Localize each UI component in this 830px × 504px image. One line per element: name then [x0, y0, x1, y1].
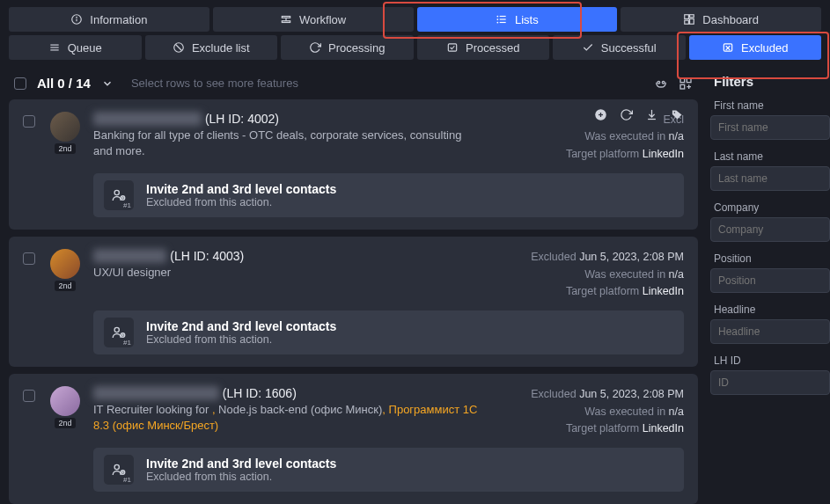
svg-line-20 [175, 45, 181, 51]
row-checkbox[interactable] [23, 390, 35, 402]
lh-id: (LH ID: 4002) [205, 112, 279, 126]
tab-label: Excluded [741, 41, 788, 55]
filter-input-lh-id[interactable] [710, 370, 830, 395]
filter-input-last-name[interactable] [710, 166, 830, 191]
selection-count: All 0 / 14 [37, 76, 91, 91]
svg-rect-14 [690, 18, 694, 24]
download-icon[interactable] [645, 108, 658, 121]
action-subtitle: Excluded from this action. [146, 471, 336, 483]
selection-hint: Select rows to see more features [131, 77, 298, 90]
processing-icon [309, 41, 321, 54]
svg-rect-27 [680, 78, 685, 83]
tag-icon[interactable] [671, 108, 684, 121]
filter-label: Headline [714, 303, 830, 316]
tab-excluded[interactable]: Excluded [689, 35, 822, 60]
exclude-icon [173, 41, 185, 54]
filter-input-position[interactable] [710, 268, 830, 293]
lead-name[interactable]: ██████████████ (LH ID: 1606) [93, 386, 517, 400]
secondary-tabs: QueueExclude listProcessingProcessedSucc… [0, 35, 830, 67]
lead-card: 2nd ████████████ (LH ID: 4002) Banking f… [9, 99, 698, 230]
lh-id: (LH ID: 4003) [170, 249, 244, 263]
tab-label: Processing [328, 41, 385, 55]
row-checkbox[interactable] [23, 252, 35, 265]
lists-icon [496, 13, 508, 26]
lead-name[interactable]: ████████ (LH ID: 4003) [93, 249, 517, 263]
svg-point-26 [662, 81, 665, 84]
avatar-block: 2nd [49, 112, 81, 217]
grid-plus-icon[interactable] [679, 77, 693, 91]
svg-point-35 [114, 191, 119, 195]
action-box: #1 Invite 2nd and 3rd level contacts Exc… [93, 448, 684, 492]
svg-point-25 [657, 81, 660, 84]
lead-meta: Excluded Jun 5, 2023, 2:08 PM Was execut… [517, 386, 684, 437]
tab-processing[interactable]: Processing [281, 35, 414, 60]
connection-degree: 2nd [55, 143, 75, 154]
filter-label: Company [714, 201, 830, 214]
workflow-icon [280, 13, 292, 26]
lh-id: (LH ID: 1606) [223, 386, 297, 400]
svg-rect-4 [282, 21, 290, 23]
action-box: #1 Invite 2nd and 3rd level contacts Exc… [93, 310, 684, 354]
tab-label: Lists [515, 13, 539, 26]
lead-headline: IT Recruiter looking for , Node.js back-… [93, 402, 481, 433]
tab-label: Queue [68, 41, 102, 55]
action-step-icon: #1 [104, 455, 134, 485]
tab-dashboard[interactable]: Dashboard [621, 7, 821, 32]
dashboard-icon [683, 13, 695, 26]
tab-label: Processed [466, 41, 519, 55]
filter-label: Last name [714, 150, 830, 163]
action-title: Invite 2nd and 3rd level contacts [146, 457, 336, 471]
lead-card: 2nd ████████ (LH ID: 4003) UX/UI designe… [9, 237, 698, 367]
tab-queue[interactable]: Queue [9, 35, 142, 60]
add-icon[interactable] [594, 108, 607, 121]
action-title: Invite 2nd and 3rd level contacts [146, 182, 336, 196]
svg-rect-15 [685, 20, 689, 24]
svg-point-34 [674, 112, 676, 113]
chevron-down-icon[interactable] [101, 77, 114, 90]
lead-card: 2nd ██████████████ (LH ID: 1606) IT Recr… [9, 374, 698, 504]
tab-label: Dashboard [702, 13, 759, 26]
action-step-icon: #1 [104, 180, 134, 210]
avatar[interactable] [50, 249, 80, 279]
svg-rect-3 [282, 17, 290, 18]
queue-icon [48, 41, 61, 54]
avatar-block: 2nd [49, 249, 81, 354]
info-icon [70, 13, 83, 26]
avatar[interactable] [50, 112, 80, 142]
tab-workflow[interactable]: Workflow [213, 7, 414, 32]
select-all-checkbox[interactable] [14, 77, 26, 90]
svg-rect-21 [448, 44, 456, 51]
tab-label: Information [90, 13, 147, 26]
action-box: #1 Invite 2nd and 3rd level contacts Exc… [93, 173, 684, 217]
lead-headline: UX/UI designer [93, 265, 481, 281]
tab-processed[interactable]: Processed [417, 35, 550, 60]
lead-meta: Excluded Jun 5, 2023, 2:08 PM Was execut… [517, 249, 684, 300]
filter-input-first-name[interactable] [710, 115, 830, 140]
filters-panel: Filters First nameLast nameCompanyPositi… [707, 67, 830, 504]
svg-point-2 [77, 17, 77, 18]
action-subtitle: Excluded from this action. [146, 333, 336, 346]
tab-lists[interactable]: Lists [417, 7, 618, 32]
connection-degree: 2nd [55, 418, 75, 428]
tab-successful[interactable]: Successful [553, 35, 686, 60]
tab-information[interactable]: Information [9, 7, 209, 32]
svg-rect-28 [687, 78, 691, 83]
filter-label: LH ID [714, 354, 830, 367]
filter-label: First name [714, 99, 830, 112]
tab-label: Exclude list [192, 41, 250, 55]
action-subtitle: Excluded from this action. [146, 196, 336, 208]
processed-icon [446, 41, 459, 54]
tab-exclude-list[interactable]: Exclude list [145, 35, 278, 60]
primary-tabs: InformationWorkflowListsDashboard [0, 0, 830, 35]
filter-input-company[interactable] [710, 217, 830, 242]
action-title: Invite 2nd and 3rd level contacts [146, 319, 336, 333]
refresh-icon[interactable] [620, 108, 633, 121]
list-toolbar: All 0 / 14 Select rows to see more featu… [9, 70, 698, 99]
svg-rect-29 [680, 84, 685, 89]
mask-icon[interactable] [654, 77, 668, 91]
row-checkbox[interactable] [23, 115, 35, 128]
filter-input-headline[interactable] [710, 319, 830, 344]
svg-point-43 [114, 465, 119, 470]
avatar[interactable] [50, 386, 80, 416]
lead-name[interactable]: ████████████ (LH ID: 4002) [93, 112, 517, 126]
